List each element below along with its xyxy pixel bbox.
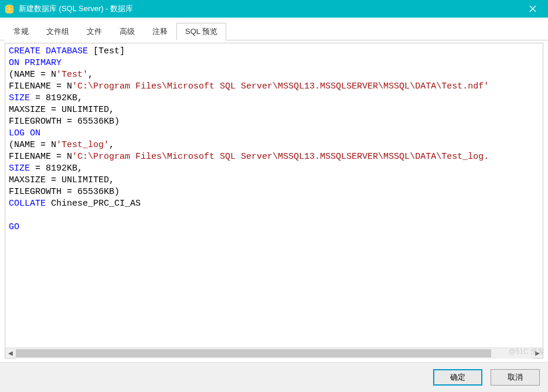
- sql-token: FILEGROWTH = 65536KB): [9, 187, 120, 197]
- svg-point-1: [6, 10, 13, 13]
- scroll-left-button[interactable]: ◀: [5, 348, 16, 359]
- sql-token: LOG: [9, 128, 25, 138]
- sql-token: DATABASE: [46, 46, 88, 56]
- sql-token: FILENAME = N: [9, 152, 72, 162]
- tab-advanced[interactable]: 高级: [111, 23, 144, 40]
- sql-token: ,: [109, 140, 114, 150]
- tab-sql-preview[interactable]: SQL 预览: [176, 23, 226, 40]
- sql-token: ,: [88, 70, 93, 80]
- svg-point-0: [6, 5, 13, 8]
- sql-token: 'Test': [56, 70, 88, 80]
- scroll-right-button[interactable]: ▶: [532, 348, 543, 359]
- sql-token: [Test]: [88, 46, 125, 56]
- database-icon: [5, 4, 14, 13]
- svg-point-2: [6, 8, 13, 11]
- sql-token: COLLATE: [9, 199, 46, 209]
- tab-files[interactable]: 文件: [78, 23, 111, 40]
- horizontal-scrollbar[interactable]: ◀ ▶: [5, 347, 543, 358]
- sql-token: GO: [9, 222, 19, 232]
- sql-editor[interactable]: CREATE DATABASE [Test] ON PRIMARY (NAME …: [5, 43, 543, 347]
- sql-token: (NAME = N: [9, 70, 56, 80]
- titlebar: 新建数据库 (SQL Server) - 数据库: [0, 0, 548, 18]
- sql-token: = 8192KB,: [30, 163, 83, 173]
- sql-token: 'C:\Program Files\Microsoft SQL Server\M…: [72, 152, 489, 162]
- sql-token: Chinese_PRC_CI_AS: [46, 199, 141, 209]
- close-icon: [529, 5, 536, 12]
- scroll-track[interactable]: [16, 348, 532, 359]
- window-title: 新建数据库 (SQL Server) - 数据库: [19, 4, 133, 14]
- sql-token: SIZE: [9, 93, 30, 103]
- tab-bar: 常规 文件组 文件 高级 注释 SQL 预览: [0, 18, 548, 40]
- ok-button[interactable]: 确定: [433, 369, 482, 386]
- sql-token: MAXSIZE = UNLIMITED,: [9, 105, 114, 115]
- tab-comments[interactable]: 注释: [144, 23, 176, 40]
- sql-token: 'Test_log': [56, 140, 109, 150]
- dialog-footer: 确定 取消: [0, 363, 548, 392]
- scroll-thumb[interactable]: [16, 349, 491, 357]
- sql-token: (NAME = N: [9, 140, 56, 150]
- sql-token: FILENAME = N: [9, 81, 72, 91]
- sql-token: = 8192KB,: [30, 93, 83, 103]
- tab-general[interactable]: 常规: [5, 23, 38, 40]
- tab-filegroups[interactable]: 文件组: [38, 23, 78, 40]
- sql-token: CREATE: [9, 46, 40, 56]
- cancel-button[interactable]: 取消: [491, 369, 540, 386]
- title-left: 新建数据库 (SQL Server) - 数据库: [5, 4, 133, 14]
- sql-token: MAXSIZE = UNLIMITED,: [9, 175, 114, 185]
- close-button[interactable]: [519, 0, 546, 18]
- sql-token: SIZE: [9, 163, 30, 173]
- sql-token: 'C:\Program Files\Microsoft SQL Server\M…: [72, 81, 489, 91]
- sql-token: FILEGROWTH = 65536KB): [9, 117, 120, 127]
- sql-editor-wrap: CREATE DATABASE [Test] ON PRIMARY (NAME …: [5, 43, 543, 359]
- sql-token: ON: [30, 128, 40, 138]
- content-area: 常规 文件组 文件 高级 注释 SQL 预览 CREATE DATABASE […: [0, 18, 548, 363]
- sql-token: ON: [9, 58, 19, 68]
- sql-token: PRIMARY: [25, 58, 62, 68]
